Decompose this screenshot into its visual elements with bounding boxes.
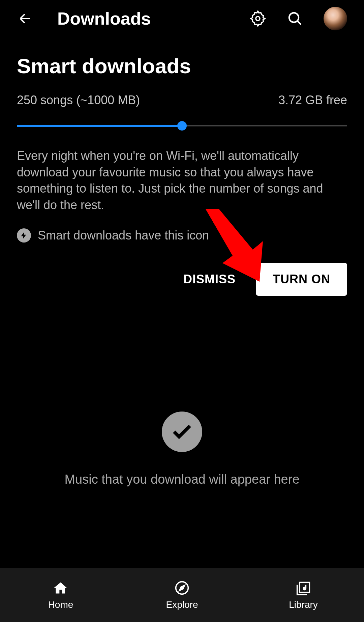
nav-item-library[interactable]: Library (243, 580, 364, 610)
button-row: DISMISS TURN ON (17, 263, 347, 296)
home-icon (53, 580, 69, 596)
nav-label: Explore (166, 599, 198, 610)
bolt-icon (17, 228, 31, 243)
dismiss-button[interactable]: DISMISS (182, 269, 237, 290)
main-content: Smart downloads 250 songs (~1000 MB) 3.7… (0, 37, 364, 296)
icon-note-text: Smart downloads have this icon (38, 228, 209, 243)
svg-point-0 (256, 17, 260, 21)
bottom-nav: Home Explore Library (0, 568, 364, 622)
header-actions (249, 7, 347, 30)
library-icon (295, 580, 311, 596)
slider-thumb[interactable] (177, 121, 187, 131)
empty-state: Music that you download will appear here (0, 412, 364, 487)
compass-icon (174, 580, 190, 596)
page-title: Downloads (57, 8, 249, 29)
turn-on-button[interactable]: TURN ON (256, 263, 347, 296)
nav-item-explore[interactable]: Explore (121, 580, 243, 610)
nav-item-home[interactable]: Home (0, 580, 121, 610)
search-icon[interactable] (286, 10, 303, 27)
icon-note: Smart downloads have this icon (17, 228, 347, 243)
back-icon[interactable] (17, 10, 34, 27)
header-bar: Downloads (0, 0, 364, 37)
nav-label: Library (289, 599, 318, 610)
svg-point-6 (303, 587, 306, 590)
avatar[interactable] (324, 7, 347, 30)
settings-icon[interactable] (249, 10, 266, 27)
check-icon (162, 412, 202, 452)
svg-marker-4 (180, 586, 185, 591)
empty-state-text: Music that you download will appear here (64, 472, 299, 487)
nav-label: Home (48, 599, 73, 610)
stats-row: 250 songs (~1000 MB) 3.72 GB free (17, 93, 347, 107)
section-title: Smart downloads (17, 54, 347, 78)
songs-count-label: 250 songs (~1000 MB) (17, 93, 140, 107)
songs-slider[interactable] (17, 121, 347, 131)
svg-point-1 (289, 13, 299, 22)
free-space-label: 3.72 GB free (278, 93, 347, 107)
section-description: Every night when you're on Wi-Fi, we'll … (17, 148, 347, 213)
slider-fill (17, 125, 182, 127)
